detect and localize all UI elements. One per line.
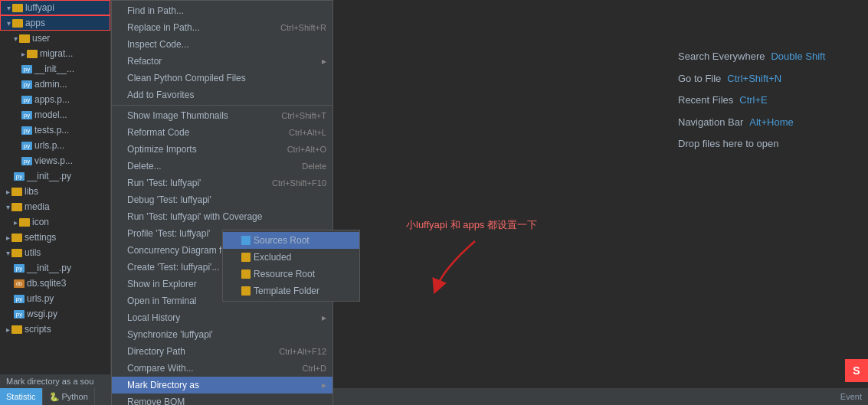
menu-item-reformatcode[interactable]: Reformat CodeCtrl+Alt+L	[112, 124, 332, 141]
sidebar-item-scripts[interactable]: ▸scripts	[0, 322, 110, 337]
menu-item-label: Synchronize 'luffyapi'	[127, 329, 326, 340]
menu-shortcut: Ctrl+Shift+T	[281, 111, 326, 120]
sidebar-label: db.sqlite3	[27, 278, 66, 289]
hint-label: Go to File	[678, 68, 721, 90]
menu-item-removebom[interactable]: Remove BOM	[112, 394, 332, 405]
hint-line-navigationbar: Navigation BarAlt+Home	[678, 112, 825, 134]
menu-item-label: Debug 'Test: luffyapi'	[127, 194, 326, 205]
menu-item-label: Mark Directory as	[127, 380, 322, 390]
menu-item-label: Delete...	[127, 161, 302, 171]
sidebar-item-icon[interactable]: ▸icon	[0, 214, 110, 230]
sidebar-item-viewsp[interactable]: pyviews.p...	[0, 153, 110, 168]
sidebar-label: migrat...	[40, 48, 73, 59]
sidebar-label: apps	[25, 18, 45, 28]
status-statistic[interactable]: Statistic	[0, 388, 43, 405]
menu-item-synchronizeluffyapi[interactable]: Synchronize 'luffyapi'	[112, 326, 332, 343]
menu-item-label: Find in Path...	[127, 5, 326, 16]
sidebar-label: urls.py	[27, 293, 54, 304]
sidebar-label: wsgi.py	[27, 309, 57, 319]
menu-item-delete[interactable]: Delete...Delete	[112, 158, 332, 175]
hint-label: Recent Files	[678, 90, 733, 112]
menu-item-cleanpythoncompiledf[interactable]: Clean Python Compiled Files	[112, 70, 332, 87]
menu-item-label: Optimize Imports	[127, 144, 287, 155]
sidebar-label: admin...	[34, 79, 67, 90]
menu-item-inspectcode[interactable]: Inspect Code...	[112, 36, 332, 53]
sidebar-item-migrat[interactable]: ▸migrat...	[0, 46, 110, 61]
sources-root-icon	[241, 236, 251, 245]
menu-item-markdirectoryas[interactable]: Mark Directory as▸	[112, 377, 332, 394]
sidebar-item-dbsqlite3[interactable]: dbdb.sqlite3	[0, 276, 110, 291]
sidebar-item-model[interactable]: pymodel...	[0, 107, 110, 122]
menu-item-findinpath[interactable]: Find in Path...	[112, 2, 332, 19]
sidebar-item-libs[interactable]: ▸libs	[0, 184, 110, 199]
sidebar-item-initpy[interactable]: py__init__.py	[0, 260, 110, 276]
sidebar-label: apps.p...	[34, 94, 70, 105]
sidebar-item-utils[interactable]: ▾utils	[0, 245, 110, 260]
submenu-label: Template Folder	[254, 286, 319, 296]
menu-item-label: Run 'Test: luffyapi' with Coverage	[127, 211, 326, 222]
sidebar-item-urlspy[interactable]: pyurls.py	[0, 291, 110, 306]
excluded-icon	[241, 253, 251, 262]
sidebar-item-urlsp[interactable]: pyurls.p...	[0, 138, 110, 153]
sidebar-label: scripts	[25, 324, 51, 335]
sidebar-label: user	[32, 33, 50, 44]
submenu-label: Sources Root	[254, 235, 310, 246]
hint-key: Alt+Home	[749, 112, 793, 134]
menu-item-label: Clean Python Compiled Files	[127, 73, 326, 83]
menu-item-label: Inspect Code...	[127, 39, 326, 50]
menu-item-addtofavorites[interactable]: Add to Favorites	[112, 87, 332, 103]
submenu-item-sourcesroot[interactable]: Sources Root	[223, 232, 359, 249]
hint-line-gotofile: Go to FileCtrl+Shift+N	[678, 68, 825, 90]
sidebar-item-appsp[interactable]: pyapps.p...	[0, 92, 110, 107]
menu-item-comparewith[interactable]: Compare With...Ctrl+D	[112, 360, 332, 377]
menu-item-label: Run 'Test: luffyapi'	[127, 178, 272, 188]
menu-shortcut: Ctrl+Shift+F10	[272, 178, 326, 188]
sidebar-item-testsp[interactable]: pytests.p...	[0, 122, 110, 138]
sidebar-item-settings[interactable]: ▸settings	[0, 230, 110, 245]
sidebar-item-init[interactable]: py__init__...	[0, 61, 110, 77]
menu-shortcut: Ctrl+D	[303, 364, 326, 373]
menu-item-label: Reformat Code	[127, 127, 289, 138]
status-python[interactable]: 🐍 Python	[43, 388, 95, 405]
status-event[interactable]: Event	[834, 388, 868, 405]
sidebar-label: libs	[25, 186, 38, 197]
menu-shortcut: Ctrl+Shift+R	[280, 23, 326, 32]
sidebar-item-media[interactable]: ▾media	[0, 199, 110, 214]
sidebar-item-initpy[interactable]: py__init__.py	[0, 168, 110, 184]
submenu-item-excluded[interactable]: Excluded	[223, 249, 359, 266]
menu-shortcut: Ctrl+Alt+F12	[279, 347, 326, 356]
sidebar-item-luffyapi[interactable]: ▾luffyapi	[0, 0, 110, 15]
annotation-text: 小luffyapi 和 apps 都设置一下	[406, 218, 537, 232]
hint-panel: Search EverywhereDouble ShiftGo to FileC…	[678, 46, 825, 155]
menu-shortcut: Ctrl+Alt+L	[289, 128, 326, 137]
menu-item-localhistory[interactable]: Local History▸	[112, 309, 332, 326]
sidebar-label: icon	[32, 217, 49, 227]
menu-item-label: Remove BOM	[127, 397, 326, 405]
sidebar-label: tests.p...	[34, 125, 69, 136]
menu-item-directorypath[interactable]: Directory PathCtrl+Alt+F12	[112, 343, 332, 360]
menu-item-runtestluffyapiwithc[interactable]: Run 'Test: luffyapi' with Coverage	[112, 208, 332, 225]
menu-item-replaceinpath[interactable]: Replace in Path...Ctrl+Shift+R	[112, 19, 332, 36]
submenu-item-resourceroot[interactable]: Resource Root	[223, 266, 359, 283]
sidebar-item-wsgipy[interactable]: pywsgi.py	[0, 306, 110, 322]
submenu-arrow-icon: ▸	[322, 380, 326, 390]
menu-item-label: Replace in Path...	[127, 22, 280, 33]
menu-item-debugtestluffyapi[interactable]: Debug 'Test: luffyapi'	[112, 191, 332, 208]
sidebar-item-apps[interactable]: ▾apps	[0, 15, 110, 31]
menu-item-label: Directory Path	[127, 346, 279, 357]
menu-shortcut: Delete	[302, 162, 326, 171]
menu-item-showimagethumbnails[interactable]: Show Image ThumbnailsCtrl+Shift+T	[112, 107, 332, 124]
sidebar-item-user[interactable]: ▾user	[0, 31, 110, 46]
sidebar-label: media	[25, 201, 50, 212]
sidebar-label: utils	[25, 247, 41, 258]
menu-item-runtestluffyapi[interactable]: Run 'Test: luffyapi'Ctrl+Shift+F10	[112, 175, 332, 191]
submenu-item-templatefolder[interactable]: Template Folder	[223, 283, 359, 299]
menu-item-refactor[interactable]: Refactor▸	[112, 53, 332, 70]
menu-item-optimizeimports[interactable]: Optimize ImportsCtrl+Alt+O	[112, 141, 332, 158]
menu-item-label: Refactor	[127, 56, 322, 67]
sidebar-label: __init__.py	[27, 171, 71, 181]
hint-key: Ctrl+Shift+N	[727, 68, 781, 90]
sidebar-item-admin[interactable]: pyadmin...	[0, 77, 110, 92]
hint-line-searcheverywher: Search EverywhereDouble Shift	[678, 46, 825, 68]
hint-label-only: Drop files here to open	[678, 133, 779, 155]
